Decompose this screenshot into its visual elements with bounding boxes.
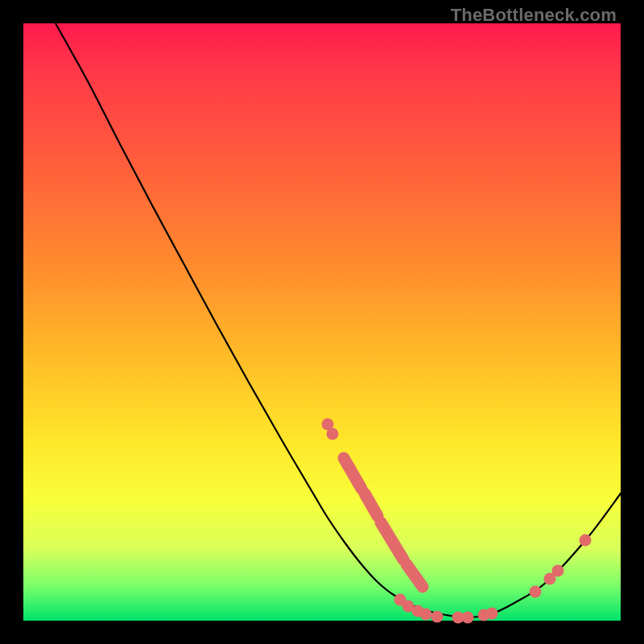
marker-dots: [322, 419, 592, 624]
data-segment-lozenge: [344, 458, 361, 489]
data-point-dot: [486, 608, 498, 620]
data-segment-lozenge: [365, 493, 378, 516]
data-point-dot: [552, 565, 564, 577]
curve-layer: [23, 23, 621, 621]
marker-lozenges: [344, 458, 423, 587]
plot-area: [23, 23, 621, 621]
data-point-dot: [530, 586, 542, 598]
data-point-dot: [431, 611, 444, 623]
data-point-dot: [580, 535, 592, 547]
data-segment-lozenge: [407, 564, 423, 587]
data-point-dot: [420, 609, 432, 621]
data-point-dot: [327, 428, 339, 440]
data-point-dot: [462, 612, 474, 624]
bottleneck-curve: [56, 23, 621, 617]
data-segment-lozenge: [381, 522, 403, 559]
chart-canvas: TheBottleneck.com: [0, 0, 644, 644]
watermark-text: TheBottleneck.com: [451, 5, 617, 26]
